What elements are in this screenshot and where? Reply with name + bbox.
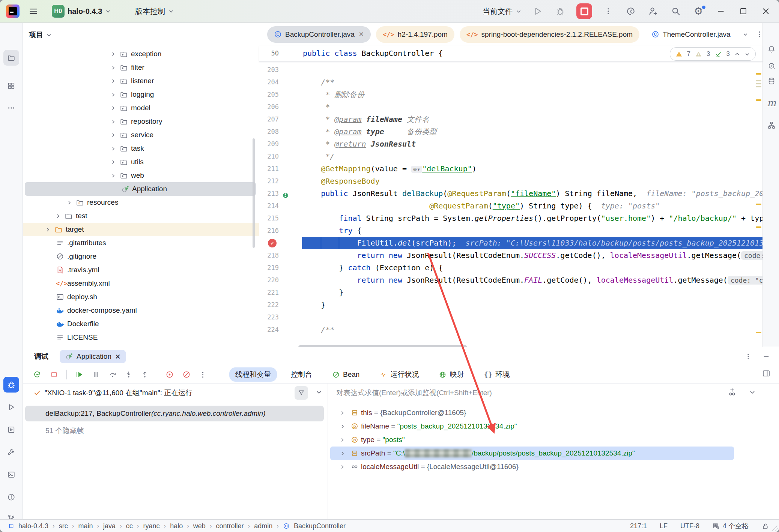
hide-panel-icon[interactable] (762, 353, 770, 360)
weak-warning-stripe-mark[interactable] (756, 86, 761, 87)
breadcrumb-item[interactable]: ryanc (143, 522, 159, 530)
tree-item-resources[interactable]: resources (23, 196, 259, 209)
step-over-icon[interactable] (108, 370, 117, 379)
code-line-211[interactable]: 211 @GetMapping(value = ⊕▾"delBackup") (259, 163, 762, 175)
breadcrumb-item[interactable]: java (103, 522, 116, 530)
file-encoding[interactable]: UTF-8 (680, 522, 699, 530)
thread-collapse-chevron-icon[interactable] (316, 389, 322, 396)
watch-collapse-chevron-icon[interactable] (749, 389, 756, 396)
tree-item--gitattributes[interactable]: .gitattributes (23, 236, 259, 250)
line-number[interactable]: 203 (259, 64, 279, 76)
editor-tab-0[interactable]: CBackupController.java✕ (267, 26, 371, 43)
maximize-button[interactable] (737, 5, 750, 18)
variable-row-type[interactable]: ptype = "posts" (328, 433, 779, 447)
breadcrumb-item[interactable]: admin (254, 522, 272, 530)
view-breakpoints-icon[interactable] (165, 370, 174, 379)
mute-breakpoints-icon[interactable] (182, 370, 191, 379)
inspection-widget[interactable]: 7 3 3 (670, 47, 756, 61)
chevron-right-icon[interactable] (110, 128, 116, 142)
tool-hierarchy-button[interactable] (766, 120, 777, 131)
editor-tab-2[interactable]: </>spring-boot-dependencies-2.1.2.RELEAS… (460, 26, 639, 43)
tree-item-test[interactable]: test (23, 209, 259, 223)
line-number[interactable]: 208 (259, 126, 279, 138)
tree-item-assembly-xml[interactable]: </>assembly.xml (23, 277, 259, 290)
code-line-209[interactable]: 209 * @return JsonResult (259, 138, 762, 150)
sticky-class-header[interactable]: 50 public class BackupController { 7 3 3 (259, 46, 762, 61)
lock-open-icon[interactable] (761, 522, 769, 530)
line-number[interactable]: 223 (259, 311, 279, 324)
code-line-217[interactable]: ✔ FileUtil.del(srcPath); srcPath: "C:\Us… (259, 237, 762, 249)
debug-view-tab-1[interactable]: 控制台 (285, 367, 318, 382)
debug-more-kebab-icon[interactable] (744, 353, 752, 360)
code-line-222[interactable]: 222 } (259, 299, 762, 311)
close-session-icon[interactable]: ✕ (115, 352, 121, 361)
tool-problems-button[interactable] (3, 489, 19, 505)
settings-button[interactable]: ⚙ (692, 5, 705, 18)
code-line-204[interactable]: 204 /** (259, 76, 762, 88)
chevron-right-icon[interactable] (110, 169, 116, 182)
add-user-button[interactable] (647, 5, 660, 18)
debug-button[interactable] (554, 5, 567, 18)
line-number[interactable]: 212 (259, 175, 279, 187)
close-button[interactable] (759, 5, 772, 18)
tool-run-button[interactable] (3, 399, 19, 415)
resize-grip[interactable] (772, 526, 777, 531)
chevron-right-icon[interactable] (110, 88, 116, 101)
variable-row-this[interactable]: this = {BackupController@11605} (328, 406, 779, 420)
tool-notifications-button[interactable] (766, 43, 777, 55)
variable-row-srcPath[interactable]: srcPath = "C:\/backup/posts/posts_backup… (330, 447, 734, 460)
url-inlay-chip[interactable]: ⊕▾ (411, 166, 422, 173)
expand-chevron-icon[interactable] (340, 460, 345, 474)
warning-stripe-mark[interactable] (756, 99, 761, 101)
debug-view-tab-0[interactable]: 线程和变量 (229, 367, 277, 382)
code-line-212[interactable]: 212 @ResponseBody (259, 175, 762, 187)
tree-item-service[interactable]: service (23, 128, 259, 142)
line-number[interactable]: 219 (259, 262, 279, 274)
chevron-right-icon[interactable] (66, 196, 72, 209)
tree-item-logging[interactable]: logging (23, 88, 259, 101)
code-line-218[interactable]: 218 return new JsonResult(ResultCodeEnum… (259, 249, 762, 262)
code-line-205[interactable]: 205 * 删除备份 (259, 88, 762, 101)
line-number[interactable]: 204 (259, 76, 279, 88)
line-number[interactable]: 214 (259, 200, 279, 212)
line-number[interactable]: 211 (259, 163, 279, 175)
filter-frames-button[interactable] (295, 386, 308, 400)
indent-setting[interactable]: 4 个空格 (712, 522, 749, 531)
project-widget[interactable]: H0 halo-0.4.3 (52, 0, 111, 22)
expand-chevron-icon[interactable] (340, 406, 345, 420)
more-actions-button[interactable] (602, 5, 615, 18)
debug-view-tab-5[interactable]: {}环境 (478, 367, 516, 382)
warning-stripe-mark[interactable] (756, 73, 761, 75)
tree-item-docker-compose-yaml[interactable]: docker-compose.yaml (23, 304, 259, 317)
chevron-right-icon[interactable] (110, 155, 116, 169)
line-ending[interactable]: LF (660, 522, 668, 530)
code-line-207[interactable]: 207 * @param fileName 文件名 (259, 113, 762, 126)
code-line-203[interactable]: 203 (259, 64, 762, 76)
main-menu-button[interactable] (29, 0, 38, 22)
tool-project-folder-button[interactable] (3, 50, 19, 66)
code-line-208[interactable]: 208 * @param type 备份类型 (259, 126, 762, 138)
code-line-219[interactable]: 219 } catch (Exception e) { (259, 262, 762, 274)
tree-item--gitignore[interactable]: .gitignore (23, 250, 259, 263)
editor-tab-3[interactable]: CThemeController.java (645, 26, 737, 43)
expand-chevron-icon[interactable] (340, 420, 345, 433)
chevron-right-icon[interactable] (45, 223, 51, 236)
expand-chevron-icon[interactable] (340, 447, 345, 460)
code-line-214[interactable]: 214 @RequestParam("type") String type) {… (259, 200, 762, 212)
breadcrumb-item[interactable]: cc (126, 522, 133, 530)
stop-debug-icon[interactable] (50, 370, 59, 379)
line-number[interactable]: 222 (259, 299, 279, 311)
breadcrumb-item[interactable]: controller (216, 522, 244, 530)
code-line-221[interactable]: 221 } (259, 286, 762, 299)
rerun-debug-icon[interactable] (33, 370, 42, 379)
warning-stripe-mark[interactable] (756, 204, 761, 205)
line-number[interactable]: 221 (259, 286, 279, 299)
tree-item-LICENSE[interactable]: LICENSE (23, 331, 259, 344)
chevron-right-icon[interactable] (110, 101, 116, 115)
code-line-206[interactable]: 206 * (259, 101, 762, 113)
line-number[interactable]: 224 (259, 324, 279, 336)
tool-terminal-button[interactable] (3, 467, 19, 483)
weak-warning-stripe-mark[interactable] (756, 83, 761, 84)
line-number[interactable]: 218 (259, 249, 279, 262)
tool-services-button[interactable] (3, 422, 19, 438)
